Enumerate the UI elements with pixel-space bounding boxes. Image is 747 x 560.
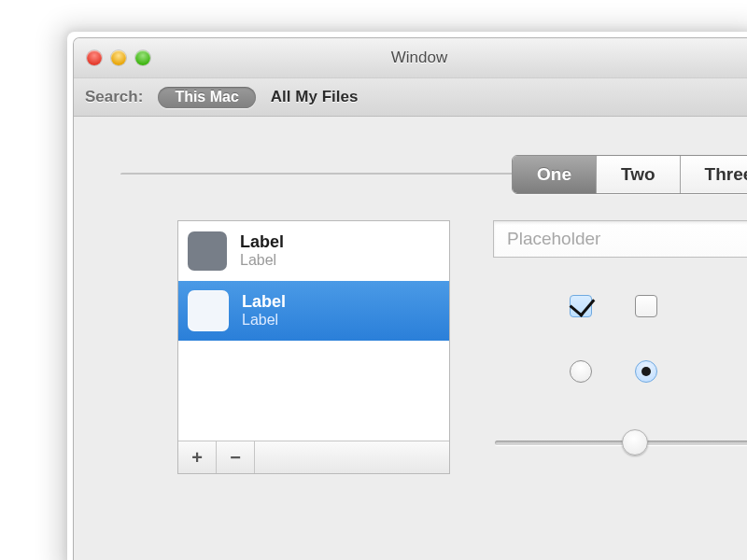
swatch-icon [188,231,227,271]
list-footer: + − [178,441,449,473]
window: Window Search: This Mac All My Files One… [73,37,747,560]
list-item-title: Label [242,293,286,311]
window-title: Window [74,38,747,77]
radio-selected[interactable] [635,360,657,383]
slider[interactable] [495,433,747,452]
source-list[interactable]: Label Label Label Label + − [177,220,450,474]
text-field[interactable] [493,220,747,258]
swatch-icon [188,290,229,331]
group-box: One Two Three Label Label Label Label [120,173,747,175]
text-input[interactable] [505,228,747,250]
remove-button[interactable]: − [217,441,255,473]
list-item[interactable]: Label Label [178,281,449,341]
checkbox-unchecked[interactable] [635,295,657,317]
radio-unselected[interactable] [570,360,592,383]
list-item-subtitle: Label [242,313,286,329]
list-item[interactable]: Label Label [178,221,449,281]
tab-three[interactable]: Three [681,156,747,193]
add-button[interactable]: + [178,441,217,473]
scope-bar: Search: This Mac All My Files [74,78,747,117]
tab-one[interactable]: One [513,156,597,193]
slider-track [495,441,747,445]
tab-two[interactable]: Two [597,156,681,193]
list-item-title: Label [240,233,284,251]
titlebar: Window [74,38,747,78]
segmented-tabs: One Two Three [512,155,747,194]
scope-this-mac[interactable]: This Mac [158,87,255,108]
list-item-subtitle: Label [240,253,284,269]
scope-label: Search: [85,88,143,106]
slider-knob[interactable] [622,429,648,455]
scope-all-my-files[interactable]: All My Files [271,88,359,106]
checkbox-checked[interactable] [570,295,592,317]
